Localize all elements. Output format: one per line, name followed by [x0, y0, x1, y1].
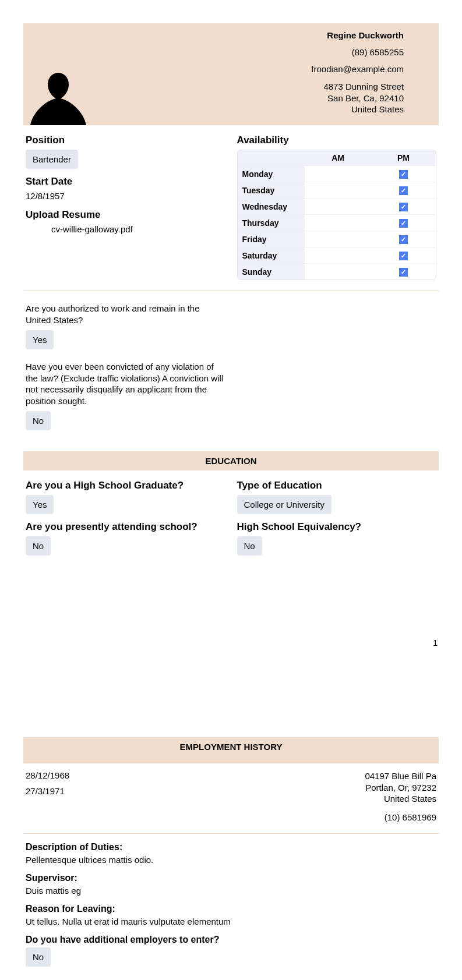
availability-table: AM PM Monday ✓ Tuesday ✓: [237, 150, 437, 280]
am-header: AM: [305, 150, 371, 166]
position-label: Position: [26, 135, 225, 146]
edu-type-value: College or University: [237, 495, 331, 514]
page-number: 1: [23, 638, 439, 648]
auth-questions: Are you authorized to work and remain in…: [23, 293, 439, 437]
conviction-answer: No: [26, 411, 51, 430]
table-row: Monday ✓: [238, 166, 436, 182]
check-icon: ✓: [399, 252, 408, 260]
table-row: Tuesday ✓: [238, 182, 436, 199]
edu-type-label: Type of Education: [237, 480, 437, 491]
position-column: Position Bartender Start Date 12/8/1957 …: [26, 135, 225, 280]
more-emp-value: No: [26, 947, 51, 967]
availability-column: Availability AM PM Monday ✓: [237, 135, 437, 280]
day-label: Wednesday: [238, 199, 305, 215]
pm-header: PM: [371, 150, 436, 166]
divider: [23, 833, 439, 834]
table-row: Friday ✓: [238, 231, 436, 247]
upload-resume-label: Upload Resume: [26, 209, 225, 221]
emp-date-end: 27/3/1971: [26, 786, 69, 796]
table-row: Saturday ✓: [238, 247, 436, 264]
applicant-phone: (89) 6585255: [311, 47, 404, 57]
hs-equiv-label: High School Equivalency?: [237, 521, 437, 533]
duties-block: Description of Duties: Pellentesque ultr…: [23, 842, 439, 974]
check-icon: ✓: [399, 219, 408, 228]
availability-label: Availability: [237, 135, 437, 146]
hs-grad-label: Are you a High School Graduate?: [26, 480, 225, 491]
address-line-3: United States: [311, 104, 404, 115]
supervisor-value: Duis mattis eg: [26, 886, 436, 896]
address-line-1: 4873 Dunning Street: [311, 81, 404, 93]
education-bar: EDUCATION: [23, 451, 439, 470]
am-cell: [305, 247, 371, 264]
hs-equiv-value: No: [237, 536, 262, 556]
address-line-2: San Ber, Ca, 92410: [311, 93, 404, 104]
attending-label: Are you presently attending school?: [26, 521, 225, 533]
check-icon: ✓: [399, 170, 408, 179]
emp-addr-1: 04197 Blue Bill Pa: [365, 770, 436, 782]
table-row: Thursday ✓: [238, 215, 436, 231]
attending-value: No: [26, 536, 51, 556]
hs-grad-value: Yes: [26, 495, 54, 514]
duties-label: Description of Duties:: [26, 842, 436, 852]
reason-value: Ut tellus. Nulla ut erat id mauris vulpu…: [26, 917, 436, 926]
pm-cell: ✓: [371, 182, 436, 199]
blank-header: [238, 150, 305, 166]
am-cell: [305, 215, 371, 231]
auth-question: Are you authorized to work and remain in…: [26, 303, 224, 326]
pm-cell: ✓: [371, 215, 436, 231]
check-icon: ✓: [399, 203, 408, 211]
check-icon: ✓: [399, 235, 408, 244]
start-date-value: 12/8/1957: [26, 191, 225, 201]
day-label: Sunday: [238, 264, 305, 280]
header: Regine Duckworth (89) 6585255 froodian@e…: [23, 23, 439, 125]
employment-bar: EMPLOYMENT HISTORY: [23, 737, 439, 763]
day-label: Friday: [238, 231, 305, 247]
applicant-name: Regine Duckworth: [311, 30, 404, 40]
divider: [23, 291, 439, 291]
position-value: Bartender: [26, 150, 78, 169]
am-cell: [305, 231, 371, 247]
day-label: Monday: [238, 166, 305, 182]
am-cell: [305, 166, 371, 182]
table-row: Sunday ✓: [238, 264, 436, 280]
am-cell: [305, 182, 371, 199]
day-label: Tuesday: [238, 182, 305, 199]
pm-cell: ✓: [371, 199, 436, 215]
emp-addr-3: United States: [365, 793, 436, 805]
contact-info: Regine Duckworth (89) 6585255 froodian@e…: [311, 23, 404, 125]
check-icon: ✓: [399, 268, 408, 277]
emp-date-start: 28/12/1968: [26, 770, 69, 780]
pm-cell: ✓: [371, 247, 436, 264]
auth-answer: Yes: [26, 330, 54, 349]
reason-label: Reason for Leaving:: [26, 904, 436, 914]
duties-value: Pellentesque ultrices mattis odio.: [26, 855, 436, 865]
emp-addr-2: Portlan, Or, 97232: [365, 782, 436, 794]
avatar: [29, 67, 87, 125]
table-row: Wednesday ✓: [238, 199, 436, 215]
pm-cell: ✓: [371, 166, 436, 182]
start-date-label: Start Date: [26, 176, 225, 187]
am-cell: [305, 199, 371, 215]
day-label: Saturday: [238, 247, 305, 264]
conviction-question: Have you ever been convicted of any viol…: [26, 361, 224, 406]
supervisor-label: Supervisor:: [26, 873, 436, 883]
pm-cell: ✓: [371, 231, 436, 247]
applicant-email: froodian@example.com: [311, 64, 404, 74]
resume-filename: cv-willie-galloway.pdf: [51, 224, 225, 234]
am-cell: [305, 264, 371, 280]
more-emp-label: Do you have additional employers to ente…: [26, 935, 436, 945]
day-label: Thursday: [238, 215, 305, 231]
pm-cell: ✓: [371, 264, 436, 280]
emp-phone: (10) 6581969: [365, 812, 436, 823]
check-icon: ✓: [399, 186, 408, 195]
employment-entry: 28/12/1968 27/3/1971 04197 Blue Bill Pa …: [23, 763, 439, 823]
